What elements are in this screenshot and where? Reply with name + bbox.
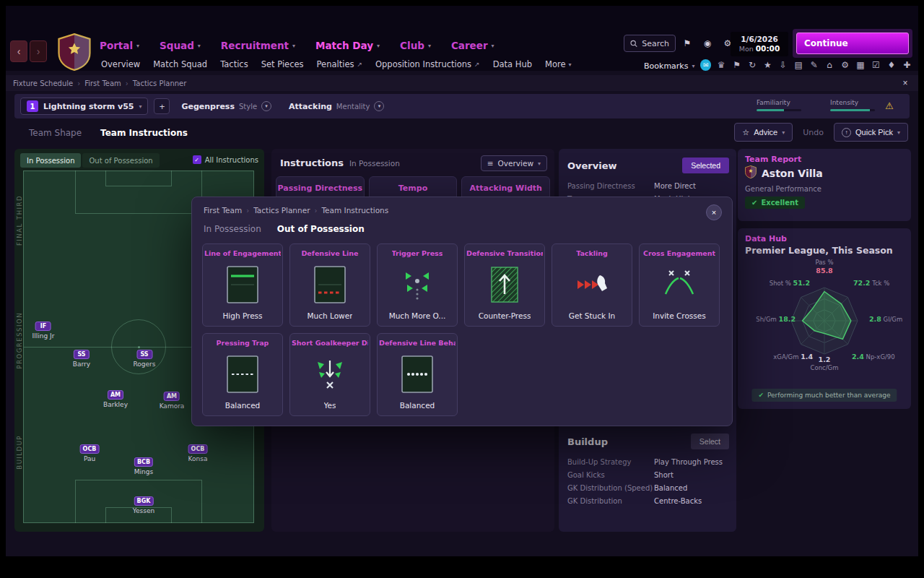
familiarity-meter: Familiarity	[757, 99, 801, 111]
menu-club[interactable]: Club▾	[400, 40, 431, 51]
flag-icon[interactable]: ⚑	[731, 59, 742, 71]
menu-match-day[interactable]: Match Day▾	[315, 40, 380, 51]
calendar-icon[interactable]: ▦	[855, 59, 866, 71]
player-mings[interactable]: BCBMings	[134, 457, 153, 475]
modal-tab-in-possession[interactable]: In Possession	[204, 224, 261, 234]
add-tactic-button[interactable]: +	[154, 98, 170, 114]
notes-icon[interactable]: ✎	[808, 59, 819, 71]
player-illing-jr[interactable]: IFIlling Jr	[32, 322, 55, 340]
instruction-card-defensive-line[interactable]: Defensive LineMuch Lower	[289, 243, 370, 327]
player-name: Barry	[73, 361, 90, 368]
overview-view-dropdown[interactable]: ≡ Overview ▾	[481, 155, 547, 171]
tasks-icon[interactable]: ☑	[871, 59, 881, 71]
style-label: Style	[239, 103, 257, 111]
performance-summary-text: Performing much better than average	[767, 392, 891, 399]
selected-button[interactable]: Selected	[682, 158, 729, 173]
add-icon[interactable]: ✚	[901, 59, 912, 71]
subnav-data-hub[interactable]: Data Hub	[493, 59, 532, 69]
style-value: Gegenpress	[181, 102, 235, 111]
quick-pick-button[interactable]: ↑ Quick Pick ▾	[834, 123, 908, 142]
breadcrumb-item[interactable]: First Team	[84, 79, 121, 87]
bookmarks-dropdown[interactable]: Bookmarks ▾	[644, 61, 694, 71]
chevron-down-icon: ▾	[261, 101, 271, 111]
clock-text: 00:00	[756, 44, 780, 53]
select-button[interactable]: Select	[691, 434, 729, 449]
date-text: 1/6/2026	[741, 35, 778, 44]
bookmark-flag-icon[interactable]: ⚑	[680, 36, 694, 51]
setting-label: GK Distribution	[567, 497, 654, 505]
menu-squad[interactable]: Squad▾	[160, 40, 201, 51]
breadcrumb-item[interactable]: Fixture Schedule	[13, 79, 73, 87]
toggle-in-possession[interactable]: In Possession	[20, 153, 81, 168]
download-icon[interactable]: ⇩	[777, 59, 788, 71]
menu-recruitment[interactable]: Recruitment▾	[221, 40, 295, 51]
social-feed-icon[interactable]: ✉	[700, 59, 711, 71]
all-instructions-toggle[interactable]: ✓ All Instructions	[193, 155, 258, 164]
instruction-card-defensive-line-behavio[interactable]: Defensive Line BehavioBalanced	[377, 333, 458, 416]
close-page-button[interactable]: ×	[899, 77, 911, 89]
preferences-icon[interactable]: ⚙	[840, 59, 850, 71]
subnav-opposition-instructions[interactable]: Opposition Instructions↗	[375, 59, 480, 69]
favourites-icon[interactable]: ★	[762, 59, 773, 71]
club-badge[interactable]	[58, 33, 91, 71]
tactic-select[interactable]: 1 Lightning storm v55 ▾	[20, 98, 148, 115]
forward-button[interactable]: ›	[30, 40, 47, 62]
breadcrumb-item[interactable]: Team Instructions	[321, 206, 388, 215]
instruction-card-trigger-press[interactable]: Trigger PressMuch More O...	[377, 243, 458, 327]
instruction-card-short-goalkeeper-distr[interactable]: Short Goalkeeper DistrYes	[289, 333, 370, 416]
instruction-card-tackling[interactable]: TacklingGet Stuck In	[552, 243, 632, 327]
subnav-more[interactable]: More▾	[545, 59, 572, 69]
modal-tab-out-of-possession[interactable]: Out of Possession	[277, 224, 365, 234]
chevron-down-icon: ▾	[569, 61, 572, 68]
instruction-card-pressing-trap[interactable]: Pressing TrapBalanced	[202, 333, 283, 416]
subnav-overview[interactable]: Overview	[101, 59, 140, 69]
reports-icon[interactable]: ▤	[793, 59, 804, 71]
instruction-card-line-of-engagement[interactable]: Line of EngagementHigh Press	[202, 243, 283, 327]
player-rogers[interactable]: SSRogers	[134, 350, 156, 368]
player-kamora[interactable]: AMKamora	[160, 392, 185, 410]
modal-breadcrumb: First Team›Tactics Planner›Team Instruct…	[204, 206, 388, 215]
player-yessen[interactable]: BGKYessen	[133, 496, 154, 514]
menu-label: Career	[451, 40, 488, 51]
sub-menu: OverviewMatch SquadTacticsSet PiecesPena…	[101, 59, 572, 69]
tactic-name: Lightning storm v55	[43, 102, 134, 111]
instruction-card-defensive-transition[interactable]: Defensive TransitionCounter-Press	[464, 243, 545, 327]
instruction-card-cross-engagement[interactable]: Cross EngagementInvite Crosses	[639, 243, 720, 327]
competition-icon[interactable]: ♛	[715, 59, 726, 71]
setting-row: GK DistributionCentre-Backs	[567, 497, 729, 505]
player-konsa[interactable]: OCBKonsa	[188, 444, 208, 462]
player-pau[interactable]: OCBPau	[80, 444, 100, 462]
shortlist-icon[interactable]: ♦	[886, 59, 897, 71]
pressing-trap-icon	[226, 347, 259, 401]
search-button[interactable]: Search	[624, 35, 676, 52]
subnav-match-squad[interactable]: Match Squad	[153, 59, 207, 69]
subnav-tactics[interactable]: Tactics	[220, 59, 248, 69]
continue-button[interactable]: Continue	[796, 33, 909, 54]
mentality-select[interactable]: Attacking Mentality ▾	[283, 98, 390, 115]
breadcrumb-item[interactable]: Tactics Planner	[133, 79, 187, 87]
player-position-badge: OCB	[80, 444, 100, 454]
team-name[interactable]: Aston Villa	[762, 168, 823, 179]
toggle-out-of-possession[interactable]: Out of Possession	[82, 153, 159, 168]
home-icon[interactable]: ⌂	[824, 59, 834, 71]
menu-career[interactable]: Career▾	[451, 40, 494, 51]
tab-team-shape[interactable]: Team Shape	[29, 128, 82, 138]
player-position-badge: SS	[136, 350, 152, 359]
style-select[interactable]: Gegenpress Style ▾	[175, 98, 277, 115]
setting-value: Short	[654, 471, 674, 479]
player-barkley[interactable]: AMBarkley	[103, 390, 128, 408]
sync-icon[interactable]: ↻	[746, 59, 757, 71]
player-barry[interactable]: SSBarry	[73, 350, 90, 368]
close-modal-button[interactable]: ×	[706, 204, 722, 220]
tab-team-instructions[interactable]: Team Instructions	[100, 128, 188, 138]
advice-button[interactable]: ☆ Advice ▾	[734, 123, 793, 142]
menu-portal[interactable]: Portal▾	[100, 40, 139, 51]
world-icon[interactable]: ◉	[700, 36, 715, 51]
undo-button[interactable]: Undo	[803, 128, 824, 137]
breadcrumb-item[interactable]: First Team	[204, 206, 242, 215]
player-position-badge: AM	[164, 392, 180, 401]
subnav-set-pieces[interactable]: Set Pieces	[261, 59, 304, 69]
breadcrumb-item[interactable]: Tactics Planner	[253, 206, 310, 215]
subnav-penalties[interactable]: Penalties↗	[317, 59, 362, 69]
back-button[interactable]: ‹	[10, 40, 27, 62]
